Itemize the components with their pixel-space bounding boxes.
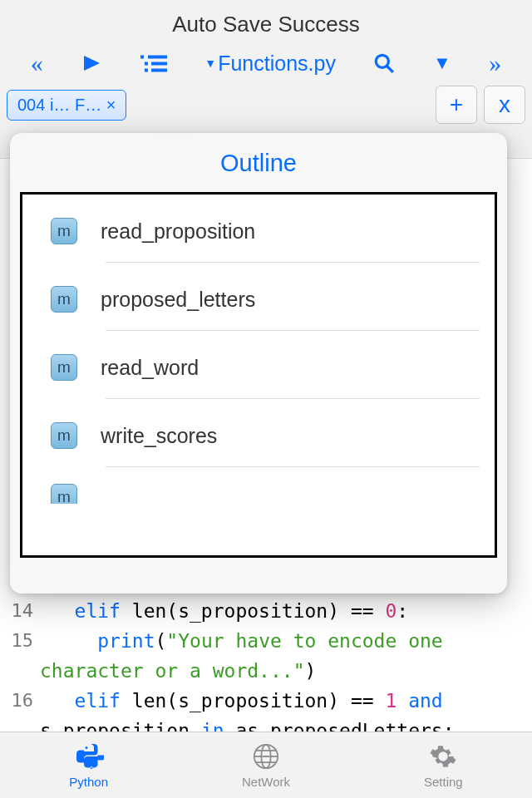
method-badge-icon: m <box>51 286 77 313</box>
svg-rect-2 <box>148 55 167 58</box>
toolbar: « ▼ Functions.py ▼ » <box>0 46 532 86</box>
outline-list: m read_proposition m proposed_letters m … <box>20 192 497 558</box>
line-number: 15 <box>5 626 40 686</box>
tab-label: Setting <box>424 775 463 789</box>
page-title: Auto Save Success <box>0 0 532 46</box>
popup-title: Outline <box>10 133 507 192</box>
next-icon[interactable]: » <box>489 49 501 77</box>
code-text: elif len(s_proposition) == 0: <box>40 596 415 626</box>
popup-arrow <box>161 133 188 135</box>
method-badge-icon: m <box>51 354 77 381</box>
outline-label: read_proposition <box>101 219 255 244</box>
outline-label: write_scores <box>101 424 217 448</box>
filename-dropdown[interactable]: ▼ Functions.py <box>204 52 336 76</box>
line-number: 14 <box>5 596 40 626</box>
globe-icon <box>249 741 283 771</box>
code-text: print("Your have to encode one character… <box>40 626 532 686</box>
line-number: 16 <box>5 686 40 732</box>
code-line: 16 elif len(s_proposition) == 1 and s_pr… <box>5 686 532 732</box>
svg-point-14 <box>440 753 447 761</box>
bottom-bar: Python NetWork Setting <box>0 732 532 798</box>
chevron-down-icon: ▼ <box>204 57 216 70</box>
prev-icon[interactable]: « <box>31 49 43 77</box>
svg-rect-5 <box>145 68 148 71</box>
svg-point-7 <box>377 55 389 67</box>
outline-icon[interactable] <box>140 52 167 75</box>
tab-label: 004 i… F… × <box>17 96 116 115</box>
add-tab-button[interactable]: + <box>436 86 477 124</box>
search-icon[interactable] <box>373 52 395 74</box>
svg-rect-1 <box>140 55 144 58</box>
method-badge-icon: m <box>51 422 77 449</box>
tab-python[interactable]: Python <box>0 732 177 798</box>
method-badge-icon: m <box>51 484 77 504</box>
outline-popup: Outline m read_proposition m proposed_le… <box>10 133 507 594</box>
tab-label: Python <box>69 775 108 789</box>
tab-label: NetWork <box>242 775 290 789</box>
play-icon[interactable] <box>81 53 102 73</box>
code-line: 15 print("Your have to encode one charac… <box>5 626 532 686</box>
svg-line-8 <box>387 66 394 72</box>
file-tab[interactable]: 004 i… F… × <box>7 90 126 121</box>
outline-item[interactable]: m read_proposition <box>22 195 495 263</box>
svg-rect-3 <box>145 62 148 65</box>
close-tab-button[interactable]: x <box>484 86 525 124</box>
outline-item[interactable]: m proposed_letters <box>22 263 495 331</box>
tab-row: 004 i… F… × + x <box>0 86 532 124</box>
filename-label: Functions.py <box>218 52 336 76</box>
code-line: 14 elif len(s_proposition) == 0: <box>5 596 532 626</box>
gear-icon <box>426 741 460 771</box>
outline-label: read_word <box>101 356 199 380</box>
tab-network[interactable]: NetWork <box>177 732 354 798</box>
outline-label: proposed_letters <box>101 288 255 312</box>
outline-item[interactable]: m <box>22 467 495 504</box>
code-text: elif len(s_proposition) == 1 and s_propo… <box>40 686 532 732</box>
svg-marker-0 <box>84 56 100 71</box>
method-badge-icon: m <box>51 218 77 244</box>
tab-setting[interactable]: Setting <box>355 732 532 798</box>
outline-item[interactable]: m write_scores <box>22 399 495 467</box>
python-icon <box>72 741 106 771</box>
triangle-down-icon[interactable]: ▼ <box>433 52 451 74</box>
svg-rect-4 <box>151 62 167 65</box>
outline-item[interactable]: m read_word <box>22 331 495 399</box>
svg-rect-6 <box>151 68 167 71</box>
